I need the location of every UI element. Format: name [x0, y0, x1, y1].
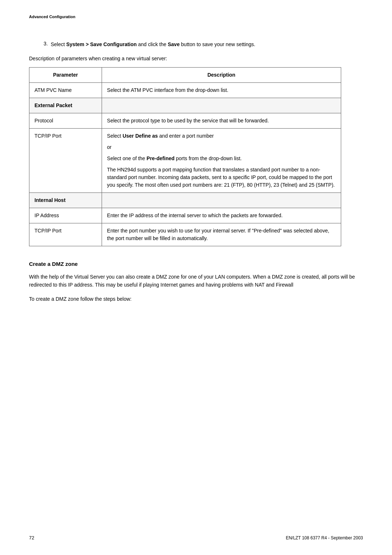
param-protocol: Protocol [29, 113, 102, 129]
table-row-external-packet-header: External Packet [29, 98, 341, 113]
table-row: ATM PVC Name Select the ATM PVC interfac… [29, 83, 341, 98]
page-number: 72 [29, 535, 34, 540]
step-3: 3. Select System > Save Configuration an… [44, 41, 363, 48]
desc-tcpip-external: Select User Define as and enter a port n… [102, 129, 341, 193]
table-row-internal-host-header: Internal Host [29, 193, 341, 208]
desc-atm-pvc: Select the ATM PVC interface from the dr… [102, 83, 341, 98]
desc-protocol: Select the protocol type to be used by t… [102, 113, 341, 129]
parameters-table: Parameter Description ATM PVC Name Selec… [29, 67, 341, 246]
param-external-packet: External Packet [29, 98, 102, 113]
table-row-tcpip-external: TCP/IP Port Select User Define as and en… [29, 129, 341, 193]
page-container: Advanced Configuration 3. Select System … [0, 0, 392, 555]
create-dmz-paragraph2: To create a DMZ zone follow the steps be… [29, 295, 363, 303]
step-text: Select System > Save Configuration and c… [51, 41, 256, 48]
desc-external-packet [102, 98, 341, 113]
col-desc-header: Description [102, 68, 341, 83]
table-row-ip-address: IP Address Enter the IP address of the i… [29, 208, 341, 223]
footer-doc-ref: EN/LZT 108 6377 R4 - September 2003 [286, 535, 363, 540]
param-ip-address: IP Address [29, 208, 102, 223]
table-header-row: Parameter Description [29, 68, 341, 83]
table-row: Protocol Select the protocol type to be … [29, 113, 341, 129]
col-param-header: Parameter [29, 68, 102, 83]
breadcrumb: Advanced Configuration [29, 15, 363, 19]
table-row-tcpip-internal: TCP/IP Port Enter the port number you wi… [29, 223, 341, 246]
create-dmz-paragraph1: With the help of the Virtual Server you … [29, 273, 363, 289]
param-tcpip-external: TCP/IP Port [29, 129, 102, 193]
table-intro: Description of parameters when creating … [29, 56, 363, 61]
param-internal-host: Internal Host [29, 193, 102, 208]
param-tcpip-internal: TCP/IP Port [29, 223, 102, 246]
create-dmz-heading: Create a DMZ zone [29, 261, 363, 267]
param-atm-pvc: ATM PVC Name [29, 83, 102, 98]
desc-ip-address: Enter the IP address of the internal ser… [102, 208, 341, 223]
desc-internal-host [102, 193, 341, 208]
step-number: 3. [44, 41, 48, 48]
page-footer: 72 EN/LZT 108 6377 R4 - September 2003 [29, 535, 363, 540]
desc-tcpip-internal: Enter the port number you wish to use fo… [102, 223, 341, 246]
